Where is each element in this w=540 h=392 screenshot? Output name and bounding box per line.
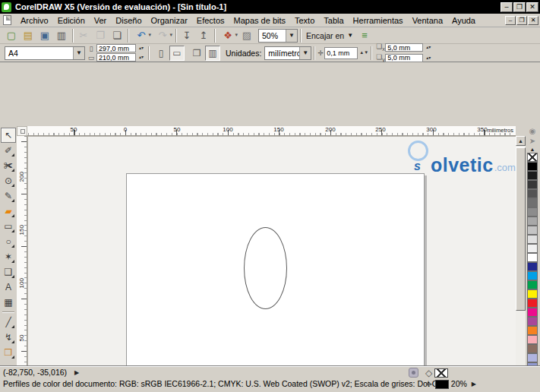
table-tool[interactable]: ▦ — [1, 295, 16, 310]
rectangle-tool[interactable]: ▭ — [1, 219, 16, 234]
toolbar-button[interactable] — [212, 29, 217, 43]
units-combobox[interactable]: milímetros ▼ — [264, 46, 311, 60]
portrait-button[interactable]: ▯ — [153, 46, 169, 61]
toolbar-button[interactable] — [173, 29, 178, 43]
menu-item[interactable]: Ayuda — [447, 14, 480, 27]
cut-button[interactable]: ✂ — [75, 28, 92, 43]
dimension-tool[interactable]: ╱ — [1, 315, 16, 330]
paper-width-spinner[interactable]: ▴▾ — [139, 46, 144, 50]
nudge-distance-field[interactable]: 0,1 mm — [324, 47, 358, 59]
color-swatch[interactable] — [527, 226, 538, 235]
document-close-button[interactable]: ✕ — [528, 16, 538, 25]
paper-width-field[interactable]: 297,0 mm — [96, 44, 136, 52]
restore-button[interactable]: ❐ — [513, 2, 526, 12]
color-swatch[interactable] — [527, 189, 538, 198]
copy-button[interactable]: ❐ — [92, 28, 109, 43]
status-flyout-arrow-icon[interactable]: ▶ — [74, 369, 79, 376]
document-minimize-button[interactable]: – — [505, 16, 516, 25]
current-page-button[interactable]: ▥ — [205, 46, 220, 61]
color-swatch[interactable] — [527, 217, 538, 226]
color-swatch[interactable] — [527, 271, 538, 280]
color-swatch[interactable] — [527, 253, 538, 262]
color-swatch[interactable] — [527, 280, 538, 289]
color-swatch[interactable] — [527, 289, 538, 299]
minimize-button[interactable]: – — [501, 2, 513, 12]
color-swatch[interactable] — [527, 153, 538, 162]
chevron-down-icon[interactable]: ▼ — [73, 47, 84, 59]
pick-tool[interactable]: ↖ — [1, 128, 16, 143]
crop-tool[interactable]: ✀ — [1, 158, 16, 173]
smart-fill-tool[interactable]: ▰ — [1, 204, 16, 219]
color-swatch[interactable] — [527, 207, 538, 217]
vertical-ruler[interactable]: 200150100500 milímetros — [17, 136, 27, 392]
menu-item[interactable]: Herramientas — [349, 14, 408, 27]
chevron-down-icon[interactable]: ▼ — [299, 47, 311, 59]
vertical-scrollbar-thumb[interactable] — [516, 147, 526, 311]
document-overview-icon[interactable]: ◉ — [526, 126, 538, 136]
menu-item[interactable]: Ver — [90, 14, 112, 27]
duplicate-y-field[interactable]: 5,0 mm — [385, 54, 423, 62]
ellipse-tool[interactable]: ○ — [1, 234, 16, 249]
import-button[interactable]: ↧ — [178, 28, 195, 43]
connector-tool[interactable]: ↯ — [1, 330, 16, 345]
polygon-tool[interactable]: ✶ — [1, 249, 16, 264]
chevron-down-icon[interactable]: ▼ — [286, 30, 297, 42]
paper-size-combobox[interactable]: A4 ▼ — [5, 46, 85, 60]
snap-to-dropdown[interactable]: Encajar en ▼ — [303, 29, 356, 43]
zoom-level-combobox[interactable]: 50% ▼ — [258, 29, 298, 43]
color-swatch[interactable] — [527, 162, 538, 171]
color-swatch[interactable] — [527, 353, 538, 362]
color-swatch[interactable] — [527, 326, 538, 335]
vertical-scrollbar[interactable]: ▲ ▼ — [516, 136, 526, 392]
text-tool[interactable]: A — [1, 280, 16, 295]
paper-height-spinner[interactable]: ▴▾ — [139, 55, 144, 59]
menu-item[interactable]: Ventana — [408, 14, 447, 27]
duplicate-x-spinner[interactable]: ▴▾ — [426, 46, 431, 49]
nudge-spinner[interactable]: ▲▼ — [359, 51, 368, 55]
menu-item[interactable]: Tabla — [319, 14, 348, 27]
options-button[interactable]: ≡ — [356, 28, 373, 43]
menu-item[interactable]: Efectos — [192, 14, 229, 27]
color-swatch[interactable] — [527, 235, 538, 244]
horizontal-ruler[interactable]: 50050100150200250300350 milímetros — [27, 126, 516, 136]
export-button[interactable]: ↥ — [195, 28, 212, 43]
color-swatch[interactable] — [527, 335, 538, 344]
color-swatch[interactable] — [527, 198, 538, 207]
redo-button[interactable]: ↷ — [152, 28, 173, 43]
drawing-canvas[interactable]: s olvetic .com — [27, 136, 516, 392]
paste-button[interactable]: ❏ — [109, 28, 125, 43]
new-document-button[interactable]: ▢ — [3, 28, 20, 43]
color-swatch[interactable] — [527, 299, 538, 308]
palette-scroll-up-button[interactable]: ▲ — [526, 146, 538, 153]
menu-item[interactable]: Texto — [290, 14, 319, 27]
ruler-origin-button[interactable] — [17, 126, 27, 136]
status-flyout-arrow-icon[interactable]: ▶ — [472, 381, 476, 387]
landscape-button[interactable]: ▭ — [169, 46, 185, 61]
toolbar-button[interactable] — [125, 29, 131, 43]
scroll-up-button[interactable]: ▲ — [516, 136, 526, 146]
all-pages-button[interactable]: ❐ — [189, 46, 204, 61]
color-swatch[interactable] — [527, 262, 538, 271]
welcome-screen-button[interactable]: ▨ — [238, 28, 255, 43]
blend-tool[interactable]: ❒ — [1, 345, 16, 360]
menu-item[interactable]: Edición — [53, 14, 90, 27]
ellipse-shape[interactable] — [244, 227, 287, 309]
color-swatch[interactable] — [527, 344, 538, 353]
color-swatch[interactable] — [527, 317, 538, 326]
color-swatch[interactable] — [527, 180, 538, 189]
close-button[interactable]: ✕ — [526, 2, 538, 12]
duplicate-y-spinner[interactable]: ▴▾ — [426, 56, 431, 60]
toolbar-button[interactable] — [70, 29, 75, 43]
basic-shapes-tool[interactable]: ❑ — [1, 264, 16, 280]
print-button[interactable]: ▥ — [53, 28, 70, 43]
color-swatch[interactable] — [527, 308, 538, 317]
menu-item[interactable]: Mapas de bits — [229, 14, 290, 27]
color-swatch[interactable] — [527, 171, 538, 180]
color-management-status-icon[interactable] — [409, 368, 418, 378]
save-button[interactable]: ▣ — [36, 28, 53, 43]
freehand-tool[interactable]: ✎ — [1, 188, 16, 204]
undo-button[interactable]: ↶ — [131, 28, 152, 43]
duplicate-x-field[interactable]: 5,0 mm — [385, 43, 423, 52]
menu-item[interactable]: Organizar — [147, 14, 192, 27]
document-icon[interactable] — [3, 15, 11, 25]
